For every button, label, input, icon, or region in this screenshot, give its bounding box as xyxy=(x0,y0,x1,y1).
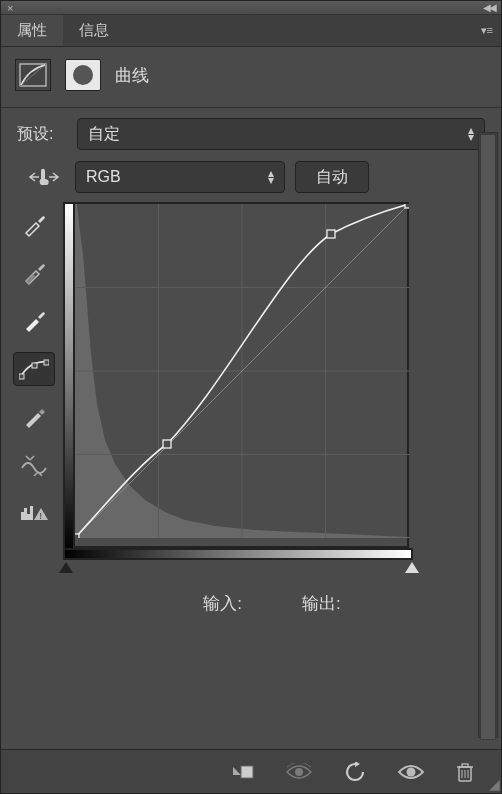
svg-rect-14 xyxy=(163,440,171,448)
black-point-slider[interactable] xyxy=(59,562,73,573)
chevron-updown-icon: ▴▾ xyxy=(468,127,474,141)
view-previous-icon[interactable] xyxy=(285,763,313,781)
eyedropper-black-icon[interactable] xyxy=(13,208,55,242)
layer-mask-icon[interactable] xyxy=(65,59,101,91)
curves-adjustment-icon xyxy=(15,59,51,91)
svg-text:!: ! xyxy=(40,511,43,521)
svg-rect-25 xyxy=(462,764,468,767)
auto-button[interactable]: 自动 xyxy=(295,161,369,193)
input-gradient xyxy=(63,548,413,560)
svg-rect-17 xyxy=(241,766,253,778)
input-label: 输入: xyxy=(203,592,242,615)
svg-point-18 xyxy=(295,768,303,776)
targeted-adjustment-icon[interactable] xyxy=(23,160,65,194)
tab-properties[interactable]: 属性 xyxy=(1,15,63,46)
svg-point-19 xyxy=(407,767,416,776)
svg-rect-3 xyxy=(32,363,37,368)
channel-value: RGB xyxy=(86,168,121,186)
svg-rect-15 xyxy=(327,230,335,238)
svg-line-1 xyxy=(20,64,46,86)
clip-to-layer-icon[interactable] xyxy=(229,763,255,781)
curves-point-tool-icon[interactable] xyxy=(13,352,55,386)
resize-handle-icon[interactable]: ◢ xyxy=(489,776,500,792)
eyedropper-white-icon[interactable] xyxy=(13,304,55,338)
svg-rect-4 xyxy=(44,360,49,365)
close-icon[interactable]: × xyxy=(7,2,13,14)
preset-select[interactable]: 自定 ▴▾ xyxy=(77,118,485,150)
white-point-slider[interactable] xyxy=(405,562,419,573)
eyedropper-gray-icon[interactable] xyxy=(13,256,55,290)
preset-label: 预设: xyxy=(17,124,67,145)
tab-info[interactable]: 信息 xyxy=(63,15,125,46)
svg-rect-16 xyxy=(405,204,409,208)
trash-icon[interactable] xyxy=(455,762,475,782)
svg-rect-2 xyxy=(19,374,24,379)
channel-select[interactable]: RGB ▴▾ xyxy=(75,161,285,193)
visibility-icon[interactable] xyxy=(397,763,425,781)
reset-icon[interactable] xyxy=(343,762,367,782)
clip-warning-icon[interactable]: ! xyxy=(13,496,55,530)
preset-value: 自定 xyxy=(88,124,120,145)
curves-smooth-icon[interactable] xyxy=(13,448,55,482)
output-gradient xyxy=(63,202,75,552)
page-title: 曲线 xyxy=(115,64,149,87)
curves-graph[interactable] xyxy=(63,202,409,548)
curves-draw-tool-icon[interactable] xyxy=(13,400,55,434)
collapse-icon[interactable]: ◀◀ xyxy=(483,2,495,13)
svg-rect-13 xyxy=(75,534,79,538)
output-label: 输出: xyxy=(302,592,341,615)
panel-menu-icon[interactable]: ▾≡ xyxy=(481,15,501,46)
chevron-updown-icon: ▴▾ xyxy=(268,170,274,184)
scrollbar[interactable] xyxy=(478,132,498,738)
